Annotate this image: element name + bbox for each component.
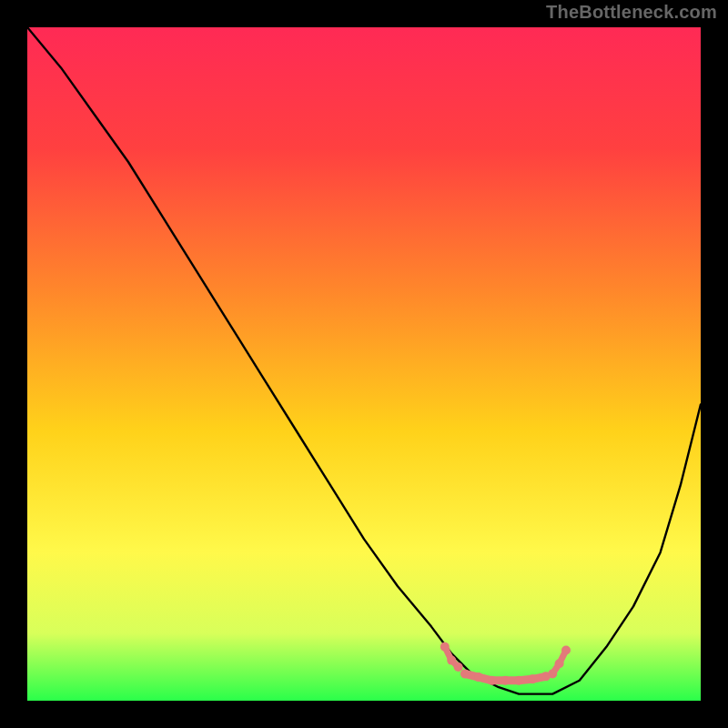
watermark-text: TheBottleneck.com — [546, 2, 717, 23]
chart-svg — [27, 27, 701, 701]
chart-frame: TheBottleneck.com — [0, 0, 728, 728]
gradient-background — [27, 27, 701, 701]
optimal-band-segment — [532, 676, 546, 679]
plot-area — [27, 27, 701, 701]
